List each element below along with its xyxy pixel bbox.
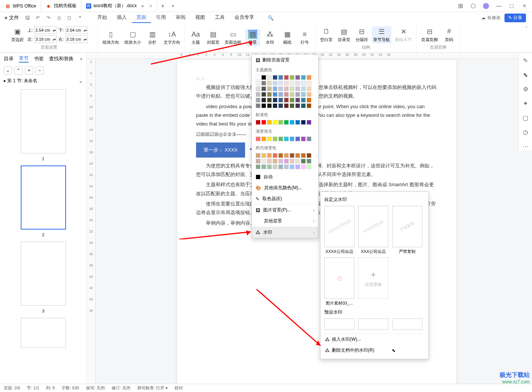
- tab-member[interactable]: 会员专享: [230, 12, 259, 23]
- sparkle-icon[interactable]: ✦: [522, 100, 529, 107]
- color-swatch[interactable]: [284, 103, 289, 108]
- color-swatch[interactable]: [261, 86, 266, 91]
- color-swatch[interactable]: [307, 120, 311, 125]
- new-tab-button[interactable]: +: [157, 3, 168, 9]
- status-section[interactable]: 节: 1/1: [27, 385, 39, 391]
- orientation-button[interactable]: ▯纸张方向: [101, 29, 121, 46]
- share-button[interactable]: ✎ 分享: [504, 14, 526, 22]
- status-column[interactable]: 列: 9: [46, 385, 55, 391]
- color-swatch[interactable]: [290, 98, 294, 103]
- color-swatch[interactable]: [261, 92, 266, 97]
- spinner-icon[interactable]: ▴▾: [53, 38, 56, 41]
- color-swatch[interactable]: [267, 164, 272, 169]
- color-swatch[interactable]: [290, 159, 294, 164]
- status-spell[interactable]: 拼写检查: 打开 ▾: [137, 385, 168, 391]
- color-swatch[interactable]: [267, 75, 272, 80]
- picture-background-item[interactable]: 🖼 图片背景(P)...›: [252, 205, 318, 216]
- cube-icon[interactable]: ⬡: [470, 3, 476, 9]
- color-swatch[interactable]: [301, 120, 306, 125]
- collapse-button[interactable]: ⌃: [14, 66, 23, 75]
- color-swatch[interactable]: [256, 103, 261, 108]
- color-swatch[interactable]: [295, 86, 300, 91]
- color-swatch[interactable]: [301, 164, 306, 169]
- color-swatch[interactable]: [278, 164, 283, 169]
- color-swatch[interactable]: [273, 103, 277, 108]
- eyedropper-item[interactable]: ✎ 取色器(E): [252, 193, 318, 204]
- save-icon[interactable]: 🖫: [24, 15, 31, 21]
- page-number-button[interactable]: #页码: [442, 26, 457, 43]
- status-words[interactable]: 字数: 530: [61, 385, 79, 391]
- watermark-item[interactable]: XXX公司出品XXX公司出品: [358, 206, 388, 254]
- color-swatch[interactable]: [278, 86, 283, 91]
- color-swatch[interactable]: [256, 81, 261, 86]
- chapter-nav-button[interactable]: ☰章节导航: [372, 26, 391, 43]
- color-swatch[interactable]: [284, 159, 289, 164]
- color-swatch[interactable]: [295, 92, 300, 97]
- lp-tab-chapter[interactable]: 章节: [19, 55, 29, 63]
- color-swatch[interactable]: [290, 164, 294, 169]
- color-swatch[interactable]: [278, 136, 283, 141]
- more-icon[interactable]: ⋯: [522, 142, 529, 150]
- pen-icon[interactable]: ✎: [522, 57, 529, 64]
- tab-view[interactable]: 视图: [191, 12, 210, 23]
- color-swatch[interactable]: [290, 81, 294, 86]
- lp-tab-bookmark[interactable]: 书签: [34, 55, 44, 62]
- color-swatch[interactable]: [256, 153, 261, 158]
- background-button[interactable]: ▨背景: [245, 29, 260, 46]
- tab-template[interactable]: ◆ 找稻壳模板: [41, 1, 81, 11]
- color-swatch[interactable]: [290, 75, 294, 80]
- line-number-button[interactable]: ≡行号: [297, 29, 312, 46]
- color-swatch[interactable]: [273, 136, 277, 141]
- close-panel-icon[interactable]: ×: [80, 56, 83, 62]
- color-swatch[interactable]: [301, 86, 306, 91]
- color-swatch[interactable]: [267, 98, 272, 103]
- undo-icon[interactable]: ↶: [35, 15, 41, 21]
- color-swatch[interactable]: [267, 159, 272, 164]
- separator-button[interactable]: ⊟分隔符: [354, 26, 369, 43]
- spinner-icon[interactable]: ▴▾: [84, 29, 87, 32]
- watermark-preset-item[interactable]: [324, 318, 354, 330]
- color-swatch[interactable]: [301, 92, 306, 97]
- watermark-item[interactable]: 严禁复制严禁复制: [392, 206, 422, 254]
- color-swatch[interactable]: [256, 92, 261, 97]
- margin-left-input[interactable]: 3.18 cm▴▾: [34, 35, 57, 43]
- blank-page-button[interactable]: 🗋空白页: [319, 26, 334, 43]
- color-swatch[interactable]: [278, 120, 283, 125]
- columns-button[interactable]: ▥分栏: [145, 29, 160, 46]
- tab-page[interactable]: 页面: [132, 12, 151, 23]
- color-swatch[interactable]: [307, 136, 311, 141]
- print-icon[interactable]: ⎙: [56, 15, 63, 21]
- lp-tab-find[interactable]: 查找和替换: [49, 55, 74, 62]
- color-swatch[interactable]: [284, 164, 289, 169]
- color-swatch[interactable]: [284, 81, 289, 86]
- remove-section-button[interactable]: −: [35, 66, 44, 75]
- color-swatch[interactable]: [307, 86, 311, 91]
- color-swatch[interactable]: [307, 98, 311, 103]
- color-swatch[interactable]: [284, 98, 289, 103]
- minimize-icon[interactable]: —: [496, 3, 502, 9]
- file-menu[interactable]: ≡ 文件: [3, 14, 20, 21]
- color-swatch[interactable]: [301, 136, 306, 141]
- page-thumbnail[interactable]: [21, 89, 66, 153]
- page-border-button[interactable]: ▭页面边框: [223, 29, 243, 46]
- color-swatch[interactable]: [273, 159, 277, 164]
- color-swatch[interactable]: [290, 103, 294, 108]
- color-swatch[interactable]: [278, 98, 283, 103]
- color-swatch[interactable]: [301, 159, 306, 164]
- color-swatch[interactable]: [295, 98, 300, 103]
- color-swatch[interactable]: [284, 86, 289, 91]
- color-swatch[interactable]: [267, 81, 272, 86]
- color-swatch[interactable]: [256, 120, 261, 125]
- color-swatch[interactable]: [301, 153, 306, 158]
- color-swatch[interactable]: [295, 75, 300, 80]
- color-swatch[interactable]: [295, 120, 300, 125]
- color-swatch[interactable]: [290, 120, 294, 125]
- tab-document[interactable]: W word教程（新）.docx ● ×: [81, 1, 157, 11]
- color-swatch[interactable]: [273, 81, 277, 86]
- color-swatch[interactable]: [307, 92, 311, 97]
- page-thumbnail[interactable]: [21, 242, 66, 306]
- color-swatch[interactable]: [284, 75, 289, 80]
- clock-icon[interactable]: ◷: [522, 128, 529, 136]
- color-swatch[interactable]: [301, 103, 306, 108]
- avatar[interactable]: [483, 3, 489, 9]
